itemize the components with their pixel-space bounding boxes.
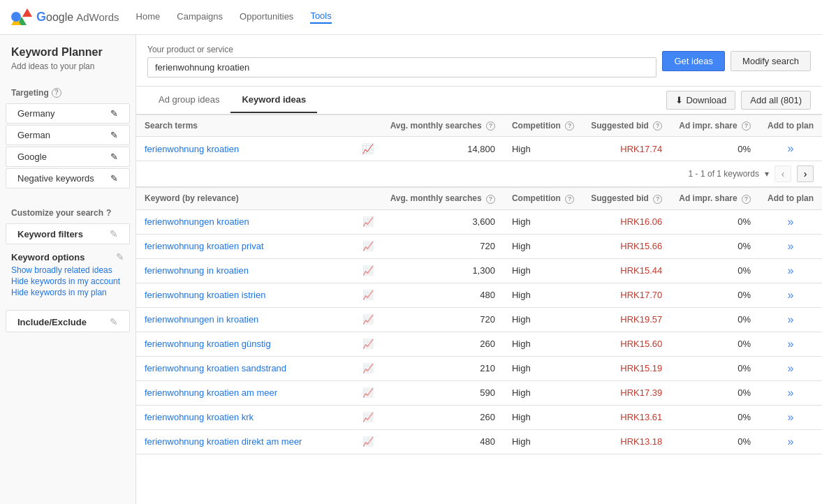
add-cell-ki-6: » bbox=[759, 356, 822, 380]
add-icon-ki-7[interactable]: » bbox=[788, 387, 794, 399]
monthly-cell-ki-9: 480 bbox=[382, 429, 504, 454]
modify-search-button[interactable]: Modify search bbox=[731, 51, 811, 71]
chart-cell-ki-9[interactable]: 📈 bbox=[354, 429, 382, 454]
keyword-ideas-row: ferienwohnung kroatien krk 📈 260 High HR… bbox=[136, 405, 822, 429]
edit-german-icon[interactable]: ✎ bbox=[110, 130, 118, 140]
targeting-item-negative-keywords[interactable]: Negative keywords ✎ bbox=[6, 168, 130, 188]
add-icon-ki-2[interactable]: » bbox=[788, 265, 794, 276]
next-page-button[interactable]: › bbox=[797, 165, 814, 182]
show-broadly-related-link[interactable]: Show broadly related ideas bbox=[11, 265, 124, 275]
add-icon-ki-4[interactable]: » bbox=[788, 313, 794, 325]
add-icon-ki-8[interactable]: » bbox=[788, 411, 794, 423]
keyword-ideas-header-row: Keyword (by relevance) Avg. monthly sear… bbox=[136, 188, 822, 209]
hide-keywords-plan-link[interactable]: Hide keywords in my plan bbox=[11, 288, 124, 297]
targeting-item-germany[interactable]: Germany ✎ bbox=[6, 103, 130, 124]
chart-cell-ki-6[interactable]: 📈 bbox=[354, 356, 382, 380]
chart-cell-ki-2[interactable]: 📈 bbox=[354, 258, 382, 283]
add-cell-ki-4: » bbox=[759, 307, 822, 332]
nav-tools[interactable]: Tools bbox=[310, 10, 331, 24]
adimpr-cell-1: 0% bbox=[670, 137, 759, 161]
add-icon-ki-0[interactable]: » bbox=[788, 216, 794, 228]
nav-campaigns[interactable]: Campaigns bbox=[177, 11, 223, 23]
adimpr-cell-ki-5: 0% bbox=[670, 332, 759, 356]
search-input-wrap: Your product or service bbox=[147, 45, 656, 77]
targeting-help-icon[interactable]: ? bbox=[52, 88, 61, 98]
bid-cell-ki-2: HRK15.44 bbox=[582, 258, 670, 283]
keyword-link-5[interactable]: ferienwohnung kroatien günstig bbox=[145, 339, 271, 349]
keyword-cell-5: ferienwohnung kroatien günstig bbox=[136, 332, 354, 356]
keyword-link-6[interactable]: ferienwohnung kroatien sandstrand bbox=[145, 363, 286, 373]
edit-google-icon[interactable]: ✎ bbox=[110, 151, 118, 162]
search-term-link[interactable]: ferienwohnung kroatien bbox=[145, 144, 239, 154]
add-icon-ki-1[interactable]: » bbox=[788, 240, 794, 252]
nav-opportunities[interactable]: Opportunities bbox=[240, 11, 293, 23]
keyword-link-8[interactable]: ferienwohnung kroatien krk bbox=[145, 412, 254, 422]
bid-value-ki-5: HRK15.60 bbox=[620, 339, 662, 349]
add-icon-ki-9[interactable]: » bbox=[788, 436, 794, 447]
chart-cell-ki-7[interactable]: 📈 bbox=[354, 380, 382, 405]
add-cell-1: » bbox=[759, 137, 822, 161]
competition-help-icon-1[interactable]: ? bbox=[565, 121, 574, 131]
bid-cell-ki-6: HRK15.19 bbox=[582, 356, 670, 380]
add-icon-ki-6[interactable]: » bbox=[788, 362, 794, 374]
adimpr-cell-ki-2: 0% bbox=[670, 258, 759, 283]
edit-options-icon[interactable]: ✎ bbox=[116, 251, 124, 262]
col-keyword-relevance: Keyword (by relevance) bbox=[136, 188, 354, 209]
competition-cell-ki-0: High bbox=[504, 209, 582, 234]
adimpr-cell-ki-9: 0% bbox=[670, 429, 759, 454]
chart-cell-ki-5[interactable]: 📈 bbox=[354, 332, 382, 356]
chart-cell-ki-0[interactable]: 📈 bbox=[354, 209, 382, 234]
edit-germany-icon[interactable]: ✎ bbox=[110, 108, 118, 119]
chart-cell-ki-3[interactable]: 📈 bbox=[354, 283, 382, 307]
keyword-link-4[interactable]: ferienwohnungen in kroatien bbox=[145, 314, 258, 325]
search-terms-table: Search terms Avg. monthly searches ? Com… bbox=[136, 114, 822, 161]
targeting-item-german[interactable]: German ✎ bbox=[6, 125, 130, 145]
keyword-link-3[interactable]: ferienwohnung kroatien istrien bbox=[145, 290, 265, 300]
competition-help-icon-2[interactable]: ? bbox=[565, 195, 574, 204]
competition-cell-ki-1: High bbox=[504, 234, 582, 258]
tab-ad-group-ideas[interactable]: Ad group ideas bbox=[147, 87, 230, 113]
col-bid-1: Suggested bid ? bbox=[582, 115, 670, 137]
keyword-link-1[interactable]: ferienwohnung kroatien privat bbox=[145, 241, 264, 251]
chart-cell-ki-8[interactable]: 📈 bbox=[354, 405, 382, 429]
add-icon-ki-5[interactable]: » bbox=[788, 338, 794, 350]
add-all-button[interactable]: Add all (801) bbox=[741, 91, 811, 110]
bid-help-icon-1[interactable]: ? bbox=[653, 121, 662, 131]
edit-filters-icon[interactable]: ✎ bbox=[110, 228, 118, 239]
edit-negative-icon[interactable]: ✎ bbox=[110, 173, 118, 184]
keyword-ideas-row: ferienwohnung kroatien sandstrand 📈 210 … bbox=[136, 356, 822, 380]
nav-home[interactable]: Home bbox=[136, 11, 161, 23]
keyword-filters-row[interactable]: Keyword filters ✎ bbox=[6, 223, 130, 244]
adimpr-help-icon-1[interactable]: ? bbox=[742, 121, 751, 131]
monthly-help-icon-1[interactable]: ? bbox=[486, 121, 495, 131]
search-input[interactable] bbox=[147, 57, 656, 77]
chart-cell-ki-4[interactable]: 📈 bbox=[354, 307, 382, 332]
monthly-help-icon-2[interactable]: ? bbox=[486, 195, 495, 204]
adimpr-cell-ki-3: 0% bbox=[670, 283, 759, 307]
bid-cell-1: HRK17.74 bbox=[582, 137, 670, 161]
customize-help-icon[interactable]: ? bbox=[106, 208, 111, 218]
targeting-item-google[interactable]: Google ✎ bbox=[6, 147, 130, 167]
hide-keywords-account-link[interactable]: Hide keywords in my account bbox=[11, 276, 124, 286]
keyword-link-2[interactable]: ferienwohnung in kroatien bbox=[145, 265, 249, 276]
keyword-link-0[interactable]: ferienwohnungen kroatien bbox=[145, 216, 249, 227]
prev-page-button[interactable]: ‹ bbox=[775, 165, 791, 182]
keyword-link-9[interactable]: ferienwohnung kroatien direkt am meer bbox=[145, 436, 302, 447]
add-icon-1[interactable]: » bbox=[788, 142, 794, 154]
bid-help-icon-2[interactable]: ? bbox=[653, 195, 662, 204]
get-ideas-button[interactable]: Get ideas bbox=[662, 51, 725, 71]
add-icon-ki-3[interactable]: » bbox=[788, 289, 794, 301]
tab-keyword-ideas[interactable]: Keyword ideas bbox=[230, 87, 317, 113]
keyword-link-7[interactable]: ferienwohnung kroatien am meer bbox=[145, 387, 277, 398]
add-cell-ki-7: » bbox=[759, 380, 822, 405]
search-term-keyword: ferienwohnung kroatien bbox=[136, 137, 353, 161]
chart-cell-ki-1[interactable]: 📈 bbox=[354, 234, 382, 258]
targeting-german-label: German bbox=[17, 130, 50, 140]
edit-include-icon[interactable]: ✎ bbox=[110, 316, 118, 327]
adimpr-help-icon-2[interactable]: ? bbox=[742, 195, 751, 204]
keyword-ideas-table: Keyword (by relevance) Avg. monthly sear… bbox=[136, 187, 822, 454]
chart-cell-1[interactable]: 📈 bbox=[353, 137, 382, 161]
download-button[interactable]: ⬇ Download bbox=[666, 91, 735, 110]
include-exclude-row[interactable]: Include/Exclude ✎ bbox=[6, 310, 130, 332]
targeting-germany-label: Germany bbox=[17, 108, 54, 119]
